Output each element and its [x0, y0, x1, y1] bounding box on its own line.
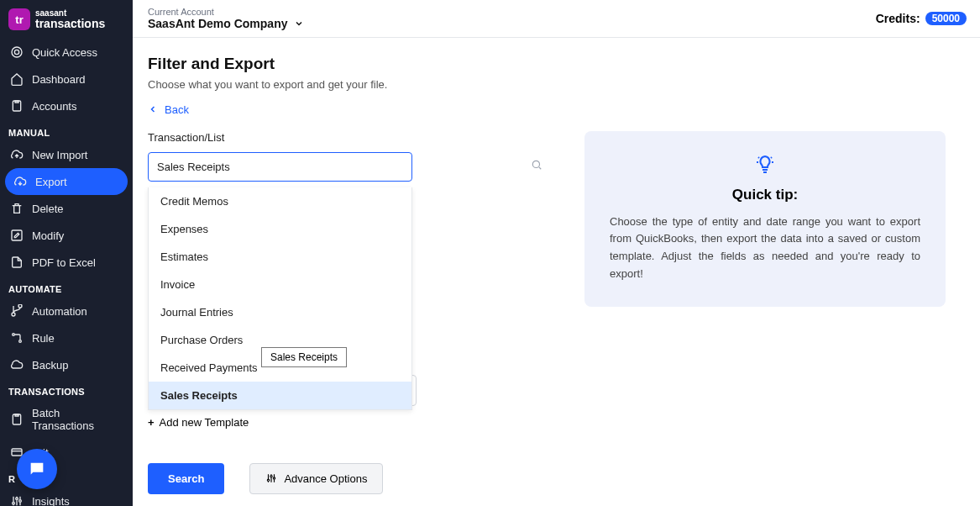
sidebar-item-label: Insights [32, 495, 70, 507]
sidebar-item-backup[interactable]: Backup [0, 351, 133, 378]
sliders-icon [10, 494, 24, 506]
tip-title: Quick tip: [610, 187, 920, 203]
sidebar-item-dashboard[interactable]: Dashboard [0, 66, 133, 92]
back-link[interactable]: Back [148, 103, 189, 116]
sidebar-item-new-import[interactable]: New Import [0, 141, 133, 168]
svg-rect-7 [12, 449, 22, 456]
sidebar-item-insights[interactable]: Insights [0, 488, 133, 506]
file-pdf-icon [10, 256, 24, 269]
sidebar-item-label: PDF to Excel [32, 256, 96, 269]
section-transactions: TRANSACTIONS [0, 378, 133, 400]
chevron-down-icon [294, 18, 304, 29]
trash-icon [10, 202, 24, 215]
sidebar-item-label: Quick Access [32, 46, 97, 59]
sidebar-item-batch-transactions[interactable]: Batch Transactions [0, 400, 133, 439]
sidebar-item-label: Accounts [32, 100, 76, 113]
clipboard-icon [10, 99, 24, 113]
dropdown-option[interactable]: Expenses [149, 215, 411, 243]
sidebar-item-modify[interactable]: Modify [0, 222, 133, 249]
target-icon [10, 45, 24, 59]
transaction-input[interactable] [148, 152, 412, 182]
chevron-left-icon [148, 104, 158, 114]
sidebar-item-label: Modify [32, 229, 64, 242]
sidebar-item-accounts[interactable]: Accounts [0, 92, 133, 119]
sidebar-item-label: Backup [32, 359, 68, 372]
quick-tip-panel: Quick tip: Choose the type of entity and… [584, 131, 946, 307]
field-label-transaction: Transaction/List [148, 131, 551, 144]
sliders-icon [265, 472, 277, 484]
transaction-dropdown: Credit Memos Expenses Estimates Invoice … [148, 187, 412, 410]
cloud-icon [10, 358, 24, 372]
home-icon [10, 72, 24, 86]
svg-point-1 [14, 50, 18, 54]
current-account-label: Current Account [148, 7, 304, 17]
page-title: Filter and Export [148, 55, 963, 73]
plus-icon: + [148, 416, 155, 429]
svg-point-5 [19, 340, 22, 343]
chat-fab[interactable] [17, 449, 57, 489]
sidebar-item-label: New Import [32, 149, 87, 161]
pencil-box-icon [10, 229, 24, 242]
search-button[interactable]: Search [148, 463, 224, 494]
dropdown-option[interactable]: Estimates [149, 243, 411, 271]
sidebar-item-label: Batch Transactions [32, 407, 123, 432]
svg-point-8 [532, 161, 539, 167]
tooltip: Sales Receipts [261, 347, 347, 367]
svg-point-4 [13, 334, 15, 336]
page-subtitle: Choose what you want to export and get y… [148, 78, 963, 91]
sidebar-item-quick-access[interactable]: Quick Access [0, 39, 133, 66]
sidebar-item-rule[interactable]: Rule [0, 324, 133, 351]
section-manual: MANUAL [0, 119, 133, 141]
dropdown-option[interactable]: Invoice [149, 271, 411, 298]
cloud-up-icon [10, 148, 24, 161]
sidebar-item-label: Delete [32, 203, 64, 215]
flow-icon [10, 331, 24, 345]
branch-icon [10, 304, 24, 318]
dropdown-option[interactable]: Credit Memos [149, 187, 411, 215]
tip-body: Choose the type of entity and date range… [610, 213, 920, 283]
clipboard-icon [10, 413, 24, 426]
dropdown-option-highlighted[interactable]: Sales Receipts [149, 382, 411, 409]
sidebar-item-automation[interactable]: Automation [0, 298, 133, 324]
svg-rect-3 [12, 230, 22, 240]
logo-badge: tr [8, 8, 30, 30]
search-icon [531, 159, 542, 174]
header: Current Account SaasAnt Demo Company Cre… [133, 0, 980, 38]
lightbulb-icon [755, 155, 775, 175]
sidebar-item-pdf-to-excel[interactable]: PDF to Excel [0, 249, 133, 276]
sidebar: tr saasant transactions Quick Access Das… [0, 0, 133, 506]
sidebar-item-delete[interactable]: Delete [0, 195, 133, 222]
sidebar-item-label: Rule [32, 332, 55, 345]
sidebar-item-label: Dashboard [32, 73, 86, 86]
brand-bottom: transactions [35, 18, 105, 29]
sidebar-item-label: Automation [32, 305, 87, 318]
transaction-select: Credit Memos Expenses Estimates Invoice … [148, 152, 551, 182]
chat-icon [28, 460, 46, 478]
credits-label: Credits: [876, 12, 920, 25]
add-template-link[interactable]: + Add new Template [148, 416, 249, 429]
dropdown-option[interactable]: Journal Entries [149, 298, 411, 326]
cloud-down-icon [13, 175, 27, 188]
sidebar-item-export[interactable]: Export [5, 168, 128, 195]
sidebar-item-label: Export [35, 176, 67, 188]
credits-badge[interactable]: 50000 [925, 12, 967, 25]
section-automate: AUTOMATE [0, 276, 133, 298]
company-switcher[interactable]: SaasAnt Demo Company [148, 17, 304, 30]
logo[interactable]: tr saasant transactions [0, 0, 133, 39]
svg-point-0 [12, 47, 22, 57]
advance-options-button[interactable]: Advance Options [249, 463, 383, 494]
